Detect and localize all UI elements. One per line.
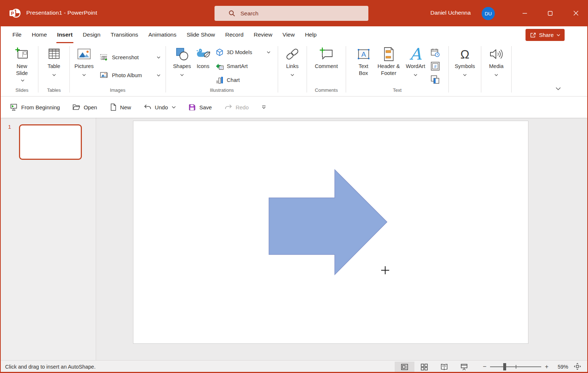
tab-file[interactable]: File <box>7 26 27 43</box>
group-label-tables: Tables <box>38 87 69 96</box>
redo-icon <box>224 103 232 111</box>
chevron-down-icon <box>157 74 160 76</box>
screenshot-button[interactable]: Screenshot <box>98 52 163 63</box>
undo-dropdown-chevron-icon[interactable] <box>172 106 176 109</box>
smartart-button[interactable]: SmartArt <box>213 61 273 71</box>
right-arrow-shape[interactable] <box>133 121 529 344</box>
maximize-button[interactable] <box>542 0 559 26</box>
tab-transitions[interactable]: Transitions <box>106 26 143 43</box>
slide-show-icon <box>460 363 468 371</box>
group-label-text: Text <box>346 87 448 96</box>
group-separator <box>511 46 512 93</box>
zoom-out-button[interactable]: − <box>479 363 490 370</box>
open-button[interactable]: Open <box>72 103 97 111</box>
new-slide-button[interactable]: New Slide <box>11 45 33 87</box>
chevron-down-icon <box>180 74 184 76</box>
workspace: 1 <box>1 118 587 360</box>
photo-album-button[interactable]: Photo Album <box>98 71 163 80</box>
icons-button[interactable]: Icons <box>194 45 213 87</box>
tab-design[interactable]: Design <box>78 26 106 43</box>
symbols-button[interactable]: Ω Symbols <box>453 45 477 87</box>
powerpoint-window: P Presentation1 - PowerPoint Search Dani… <box>0 0 588 373</box>
header-footer-button[interactable]: Header & Footer <box>375 45 403 87</box>
toolbar-overflow-icon <box>261 105 266 110</box>
powerpoint-logo-icon: P <box>9 8 21 19</box>
group-images: Pictures Screenshot <box>70 43 166 96</box>
user-avatar[interactable]: DU <box>482 7 495 20</box>
minimize-button[interactable] <box>516 0 533 26</box>
from-beginning-icon <box>10 103 18 111</box>
slide-sorter-view-button[interactable] <box>414 362 434 372</box>
group-label-media <box>481 87 511 96</box>
svg-text:P: P <box>11 11 14 16</box>
smartart-icon <box>216 62 224 70</box>
group-label-comments: Comments <box>307 87 346 96</box>
zoom-slider[interactable] <box>490 366 541 367</box>
undo-icon <box>144 103 152 111</box>
maximize-icon <box>548 11 553 16</box>
slide-show-button[interactable] <box>454 362 474 372</box>
shapes-icon <box>175 47 189 61</box>
object-icon <box>430 75 440 84</box>
date-time-icon <box>430 48 440 57</box>
reading-view-button[interactable] <box>434 362 454 372</box>
slide-thumbnail-1[interactable] <box>19 124 82 160</box>
slide-thumbnail-panel: 1 <box>1 118 96 360</box>
zoom-percentage[interactable]: 59% <box>552 364 568 370</box>
tab-review[interactable]: Review <box>249 26 277 43</box>
comment-button[interactable]: Comment <box>313 45 340 87</box>
3d-models-icon <box>216 48 224 56</box>
shapes-button[interactable]: Shapes <box>171 45 193 87</box>
fit-slide-to-window-button[interactable] <box>572 362 583 372</box>
tab-insert[interactable]: Insert <box>52 26 77 43</box>
media-button[interactable]: Media <box>487 45 505 87</box>
close-button[interactable] <box>567 0 584 26</box>
share-chevron-icon <box>557 34 560 36</box>
group-label-links <box>278 87 307 96</box>
comment-icon <box>319 47 334 61</box>
redo-button[interactable]: Redo <box>224 103 249 111</box>
title-bar: P Presentation1 - PowerPoint Search Dani… <box>1 0 587 26</box>
text-box-icon: A <box>356 48 371 61</box>
tab-slide-show[interactable]: Slide Show <box>182 26 220 43</box>
search-input[interactable]: Search <box>215 6 368 21</box>
text-box-button[interactable]: A Text Box <box>354 45 373 87</box>
tab-record[interactable]: Record <box>220 26 249 43</box>
crosshair-cursor <box>380 265 390 275</box>
group-tables: Table Tables <box>38 43 69 96</box>
tab-view[interactable]: View <box>277 26 300 43</box>
normal-view-icon <box>401 363 409 371</box>
fit-to-window-icon <box>573 362 581 370</box>
svg-text:#: # <box>434 64 437 69</box>
from-beginning-button[interactable]: From Beginning <box>10 103 60 111</box>
group-illustrations: Shapes Icons <box>166 43 278 96</box>
undo-button[interactable]: Undo <box>144 103 176 111</box>
collapse-ribbon-button[interactable] <box>554 84 562 93</box>
object-button[interactable] <box>430 75 441 85</box>
table-button[interactable]: Table <box>45 45 63 87</box>
reading-view-icon <box>440 363 448 371</box>
normal-view-button[interactable] <box>395 362 414 372</box>
save-button[interactable]: Save <box>188 103 212 111</box>
3d-models-button[interactable]: 3D Models <box>213 47 273 57</box>
wordart-button[interactable]: A WordArt <box>404 45 427 87</box>
group-label-illustrations: Illustrations <box>166 87 278 96</box>
chart-button[interactable]: Chart <box>213 75 273 85</box>
slide-number-button[interactable]: # <box>430 61 441 71</box>
tab-home[interactable]: Home <box>27 26 52 43</box>
customize-toolbar-button[interactable] <box>261 105 266 110</box>
slide-canvas[interactable] <box>133 121 528 344</box>
new-button[interactable]: New <box>110 103 131 111</box>
open-folder-icon <box>72 103 80 111</box>
editing-canvas <box>96 118 587 360</box>
pictures-button[interactable]: Pictures <box>73 45 95 87</box>
tab-help[interactable]: Help <box>300 26 322 43</box>
links-button[interactable]: Links <box>283 45 301 87</box>
date-time-button[interactable] <box>430 48 441 58</box>
zoom-slider-center-tick <box>516 365 516 369</box>
share-button[interactable]: Share <box>526 29 565 41</box>
group-label-images: Images <box>70 87 166 96</box>
tab-animations[interactable]: Animations <box>143 26 182 43</box>
zoom-in-button[interactable]: + <box>541 363 552 370</box>
zoom-slider-thumb[interactable] <box>503 363 506 370</box>
